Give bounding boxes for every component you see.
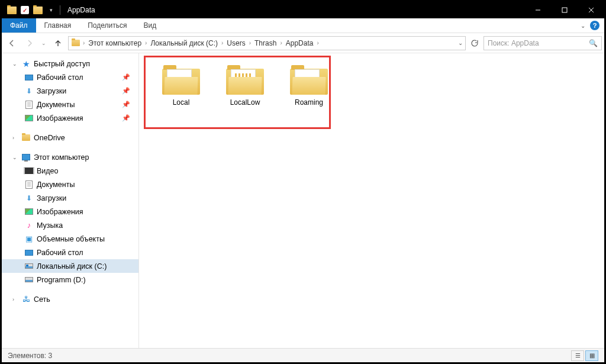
nav-desktop[interactable]: Рабочий стол 📌 bbox=[2, 70, 138, 84]
close-button[interactable] bbox=[578, 2, 604, 18]
nav-pictures[interactable]: Изображения 📌 bbox=[2, 111, 138, 125]
expand-icon[interactable]: › bbox=[12, 135, 18, 141]
nav-label: Документы bbox=[37, 101, 75, 109]
desktop-icon bbox=[24, 73, 34, 82]
status-bar: Элементов: 3 ☰ ▦ bbox=[2, 348, 604, 362]
up-button[interactable] bbox=[50, 36, 66, 51]
breadcrumb[interactable]: › Этот компьютер › Локальный диск (C:) ›… bbox=[68, 36, 466, 50]
body: ⌄ ★ Быстрый доступ Рабочий стол 📌 ⬇ Загр… bbox=[2, 53, 604, 348]
chevron-right-icon[interactable]: › bbox=[315, 40, 320, 46]
nav-this-pc[interactable]: ⌄ Этот компьютер bbox=[2, 150, 138, 164]
search-input[interactable]: 🔍 bbox=[483, 36, 602, 50]
pin-icon: 📌 bbox=[122, 114, 130, 122]
onedrive-icon bbox=[21, 133, 31, 143]
breadcrumb-item[interactable]: Thrash bbox=[252, 39, 279, 47]
chevron-right-icon[interactable]: › bbox=[144, 40, 148, 46]
nav-label: Загрузки bbox=[37, 87, 66, 95]
icons-view-button[interactable]: ▦ bbox=[585, 350, 598, 361]
view-mode-buttons: ☰ ▦ bbox=[571, 350, 598, 361]
nav-label: Видео bbox=[37, 167, 59, 175]
nav-label: Локальный диск (C:) bbox=[37, 262, 107, 270]
titlebar: ✓ ▾ AppData bbox=[2, 2, 604, 18]
folder-icon bbox=[162, 65, 200, 95]
chevron-right-icon[interactable]: › bbox=[248, 40, 252, 46]
nav-local-disk-c[interactable]: Локальный диск (C:) bbox=[2, 259, 138, 273]
nav-music[interactable]: ♪ Музыка bbox=[2, 218, 138, 232]
nav-network[interactable]: › 🖧 Сеть bbox=[2, 292, 138, 306]
nav-label: Изображения bbox=[37, 208, 83, 216]
nav-label: Объемные объекты bbox=[37, 235, 105, 243]
nav-label: Музыка bbox=[37, 221, 63, 230]
nav-label: Изображения bbox=[37, 114, 83, 123]
folder-icon bbox=[70, 40, 82, 46]
content-area[interactable]: Local LocalLow Roaming bbox=[139, 53, 604, 348]
refresh-button[interactable] bbox=[468, 37, 481, 50]
nav-downloads[interactable]: ⬇ Загрузки 📌 bbox=[2, 84, 138, 98]
collapse-icon[interactable]: ⌄ bbox=[12, 154, 18, 160]
chevron-right-icon[interactable]: › bbox=[82, 40, 86, 46]
nav-label: Быстрый доступ bbox=[34, 60, 90, 68]
properties-icon[interactable]: ✓ bbox=[18, 4, 31, 17]
tab-share[interactable]: Поделиться bbox=[79, 18, 135, 33]
nav-label: Загрузки bbox=[37, 194, 66, 202]
nav-videos[interactable]: Видео bbox=[2, 164, 138, 178]
breadcrumb-item[interactable]: AppData bbox=[283, 39, 316, 47]
forward-button[interactable] bbox=[22, 36, 37, 51]
music-icon: ♪ bbox=[24, 221, 34, 230]
ribbon-tabs: Файл Главная Поделиться Вид ⌄ ? bbox=[2, 18, 604, 33]
navigation-pane: ⌄ ★ Быстрый доступ Рабочий стол 📌 ⬇ Загр… bbox=[2, 53, 139, 348]
nav-label: OneDrive bbox=[34, 134, 65, 142]
breadcrumb-item[interactable]: Локальный диск (C:) bbox=[148, 39, 220, 47]
tab-view[interactable]: Вид bbox=[135, 18, 165, 33]
window-controls bbox=[524, 2, 604, 18]
expand-icon[interactable]: › bbox=[12, 297, 18, 302]
document-icon bbox=[24, 180, 34, 189]
ribbon-expand-icon[interactable]: ⌄ bbox=[581, 22, 585, 29]
nav-documents-pc[interactable]: Документы bbox=[2, 178, 138, 191]
search-icon: 🔍 bbox=[589, 39, 598, 47]
nav-pictures-pc[interactable]: Изображения bbox=[2, 205, 138, 218]
help-icon[interactable]: ? bbox=[590, 21, 599, 30]
item-count: Элементов: 3 bbox=[8, 352, 52, 360]
details-view-button[interactable]: ☰ bbox=[571, 350, 584, 361]
chevron-right-icon[interactable]: › bbox=[220, 40, 224, 46]
nav-label: Рабочий стол bbox=[37, 73, 83, 82]
nav-desktop-pc[interactable]: Рабочий стол bbox=[2, 246, 138, 259]
folder-icon bbox=[290, 65, 328, 95]
maximize-button[interactable] bbox=[551, 2, 578, 18]
minimize-button[interactable] bbox=[524, 2, 551, 18]
back-button[interactable] bbox=[4, 36, 20, 51]
recent-dropdown-icon[interactable]: ⌄ bbox=[40, 36, 48, 51]
nav-label: Документы bbox=[37, 181, 75, 189]
tab-home[interactable]: Главная bbox=[36, 18, 80, 33]
chevron-down-icon[interactable]: ⌄ bbox=[458, 40, 463, 46]
nav-downloads-pc[interactable]: ⬇ Загрузки bbox=[2, 191, 138, 205]
search-field[interactable] bbox=[488, 39, 598, 47]
pin-icon: 📌 bbox=[122, 73, 130, 81]
nav-disk-d[interactable]: Programm (D:) bbox=[2, 273, 138, 286]
qat-dropdown-icon[interactable]: ▾ bbox=[44, 4, 57, 17]
folder-icon bbox=[226, 65, 264, 95]
collapse-icon[interactable]: ⌄ bbox=[12, 61, 18, 67]
nav-3d-objects[interactable]: ▣ Объемные объекты bbox=[2, 232, 138, 246]
folder-icon bbox=[5, 4, 18, 17]
nav-label: Programm (D:) bbox=[37, 276, 86, 284]
breadcrumb-item[interactable]: Users bbox=[224, 39, 247, 47]
download-icon: ⬇ bbox=[24, 86, 34, 96]
nav-onedrive[interactable]: › OneDrive bbox=[2, 131, 138, 144]
pc-icon bbox=[21, 153, 31, 162]
breadcrumb-item[interactable]: Этот компьютер bbox=[86, 39, 144, 47]
pin-icon: 📌 bbox=[122, 101, 130, 108]
nav-quick-access[interactable]: ⌄ ★ Быстрый доступ bbox=[2, 57, 138, 70]
download-icon: ⬇ bbox=[24, 194, 34, 203]
star-icon: ★ bbox=[21, 59, 31, 69]
folder-icon[interactable] bbox=[31, 4, 44, 17]
pin-icon: 📌 bbox=[122, 87, 130, 95]
nav-documents[interactable]: Документы 📌 bbox=[2, 98, 138, 111]
tab-file[interactable]: Файл bbox=[2, 18, 36, 33]
desktop-icon bbox=[24, 248, 34, 257]
quick-access-toolbar: ✓ ▾ bbox=[2, 4, 57, 17]
chevron-right-icon[interactable]: › bbox=[279, 40, 283, 46]
explorer-window: ✓ ▾ AppData Файл Главная Поделиться Вид … bbox=[2, 2, 604, 362]
objects-icon: ▣ bbox=[24, 234, 34, 244]
